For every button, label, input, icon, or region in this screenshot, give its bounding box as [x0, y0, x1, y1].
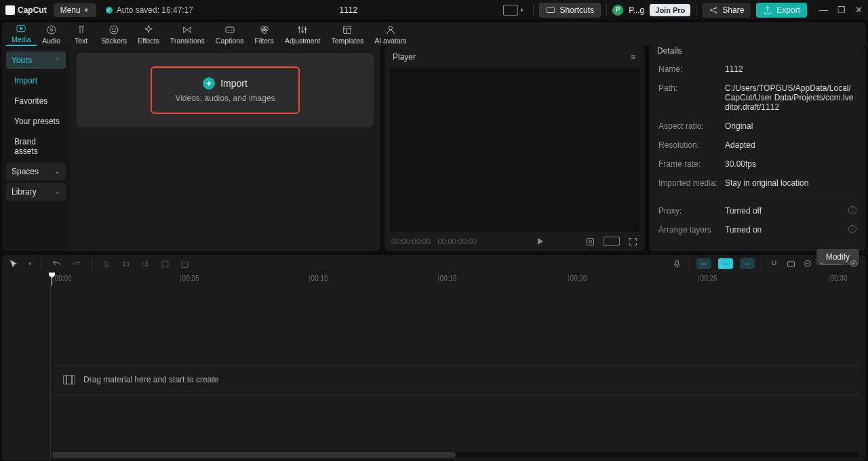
sidebar-item-library[interactable]: Library⌄	[6, 183, 66, 201]
timeline-tracks[interactable]: Drag material here and start to create	[2, 286, 866, 460]
sidebar-item-import[interactable]: Import	[6, 72, 66, 89]
value-imported: Stay in original location	[725, 178, 856, 188]
captions-icon	[224, 24, 236, 35]
tab-media[interactable]: Media	[6, 21, 37, 46]
snap-option-3[interactable]: ◦◦◦	[740, 258, 755, 269]
tab-transitions[interactable]: Transitions	[165, 22, 210, 46]
keyboard-icon	[546, 5, 555, 15]
avatar[interactable]: P	[612, 5, 623, 16]
svg-point-3	[711, 9, 712, 10]
snapshot-icon[interactable]	[585, 237, 595, 247]
zoom-slider[interactable]: •——	[820, 258, 842, 269]
svg-rect-0	[547, 7, 555, 12]
crop-button[interactable]	[160, 259, 170, 269]
player-menu-icon[interactable]: ≡	[631, 52, 637, 62]
tab-label: Effects	[138, 37, 159, 45]
autosave-text: Auto saved: 16:47:17	[117, 5, 193, 15]
join-pro-button[interactable]: Join Pro	[650, 4, 690, 16]
snap-option-1[interactable]: ◦◦◦	[696, 258, 711, 269]
ruler-tick: 00:00	[52, 275, 72, 282]
avatar-icon	[384, 24, 397, 35]
maximize-button[interactable]: ❐	[837, 5, 846, 15]
ruler-tick: 00:10	[309, 275, 328, 282]
minimize-button[interactable]: ―	[819, 5, 828, 15]
value-name: 1112	[725, 64, 856, 74]
fullscreen-icon[interactable]	[628, 237, 638, 247]
svg-point-14	[115, 28, 116, 29]
zoom-out-button[interactable]	[803, 259, 813, 269]
timeline-scrollbar[interactable]	[52, 452, 859, 458]
ruler-tick: 00:15	[437, 275, 457, 282]
snap-option-2[interactable]: ◦◦◦	[718, 258, 733, 269]
time-duration: 00:00:00:00	[437, 237, 477, 245]
redo-button[interactable]	[71, 259, 81, 269]
tab-stickers[interactable]: Stickers	[96, 22, 132, 46]
trim-left-button[interactable]	[121, 259, 131, 269]
divider	[689, 258, 690, 269]
info-icon[interactable]: i	[848, 206, 856, 214]
sidebar-item-yours[interactable]: Yours⌃	[6, 52, 66, 69]
effects-icon	[142, 24, 155, 35]
adjustment-icon	[296, 24, 309, 35]
chevron-down-icon: ⌄	[55, 168, 60, 175]
media-sidebar: Yours⌃ Import Favorites Your presets Bra…	[2, 46, 70, 251]
svg-point-11	[50, 28, 53, 31]
zoom-in-button[interactable]	[849, 259, 859, 269]
undo-button[interactable]	[52, 259, 62, 269]
share-button[interactable]: Share	[702, 3, 751, 18]
delete-button[interactable]	[180, 259, 190, 269]
sidebar-item-spaces[interactable]: Spaces⌄	[6, 163, 66, 180]
tab-adjustment[interactable]: Adjustment	[279, 22, 326, 46]
trim-right-button[interactable]	[140, 259, 151, 269]
svg-rect-36	[162, 261, 168, 267]
tab-filters[interactable]: Filters	[249, 22, 279, 46]
mic-button[interactable]	[672, 259, 682, 269]
svg-rect-29	[587, 238, 594, 245]
info-icon[interactable]: i	[848, 225, 856, 233]
sidebar-item-presets[interactable]: Your presets	[6, 113, 66, 130]
divider	[762, 258, 762, 269]
filters-icon	[258, 24, 271, 35]
clip-icon	[63, 375, 75, 384]
plus-icon: +	[203, 77, 215, 89]
close-button[interactable]: ✕	[855, 5, 863, 15]
shortcuts-button[interactable]: Shortcuts	[539, 3, 601, 18]
tab-captions[interactable]: Captions	[210, 22, 249, 46]
sidebar-item-brand[interactable]: Brand assets	[6, 133, 66, 160]
export-button[interactable]: Export	[756, 3, 807, 18]
cursor-dropdown[interactable]: ▾	[28, 260, 32, 267]
tab-effects[interactable]: Effects	[132, 22, 165, 46]
play-button[interactable]	[538, 238, 543, 245]
media-icon	[15, 23, 27, 34]
value-arrange: Turned oni	[725, 225, 856, 235]
import-dropzone[interactable]: + Import Videos, audios, and images	[77, 53, 374, 127]
tab-audio[interactable]: Audio	[37, 22, 66, 46]
preview-button[interactable]	[786, 259, 796, 269]
scrollbar-thumb[interactable]	[52, 452, 456, 458]
audio-icon	[45, 24, 58, 35]
time-current: 00:00:00:00	[391, 237, 431, 245]
export-label: Export	[776, 5, 800, 15]
menu-button[interactable]: Menu ▼	[54, 3, 96, 17]
sidebar-item-favorites[interactable]: Favorites	[6, 92, 66, 110]
value-framerate: 30.00fps	[725, 159, 856, 169]
playhead[interactable]	[52, 273, 52, 286]
export-icon	[763, 5, 772, 15]
svg-point-30	[589, 240, 592, 243]
magnet-button[interactable]	[769, 259, 779, 269]
track-gutter	[2, 286, 51, 460]
tab-label: Audio	[42, 37, 60, 45]
canvas-aspect-button[interactable]	[503, 5, 518, 16]
tab-text[interactable]: Text	[66, 22, 96, 46]
split-button[interactable]	[101, 259, 111, 269]
label-imported: Imported media:	[658, 178, 718, 188]
timeline-ruler[interactable]: 00:00 00:05 00:10 00:15 00:20 00:25 00:3…	[2, 273, 866, 286]
cursor-tool[interactable]	[9, 259, 19, 269]
import-subtitle: Videos, audios, and images	[175, 94, 275, 103]
tab-label: Templates	[331, 37, 363, 45]
tab-templates[interactable]: Templates	[326, 22, 369, 46]
ratio-button[interactable]	[604, 237, 620, 246]
sidebar-label: Spaces	[12, 167, 39, 176]
tab-ai-avatars[interactable]: AI avatars	[369, 22, 412, 46]
divider	[41, 258, 42, 269]
